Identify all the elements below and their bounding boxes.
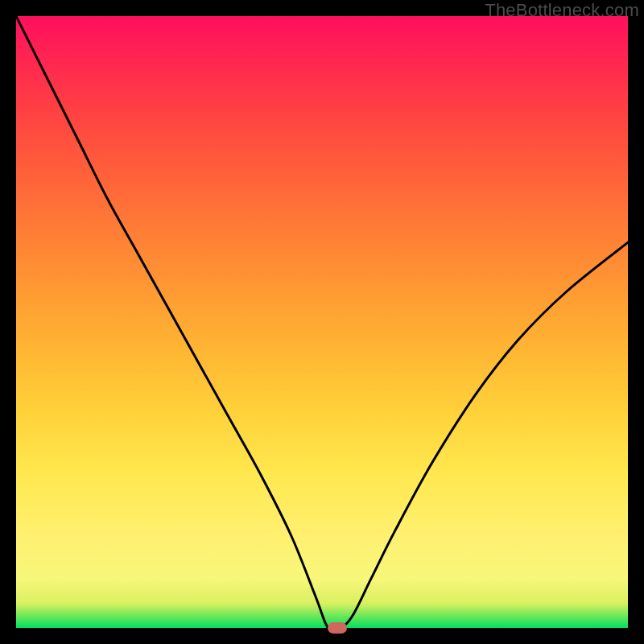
bottleneck-curve [16,16,628,628]
plot-area [16,16,628,628]
optimal-marker [328,622,347,634]
chart-frame: TheBottleneck.com [0,0,644,644]
